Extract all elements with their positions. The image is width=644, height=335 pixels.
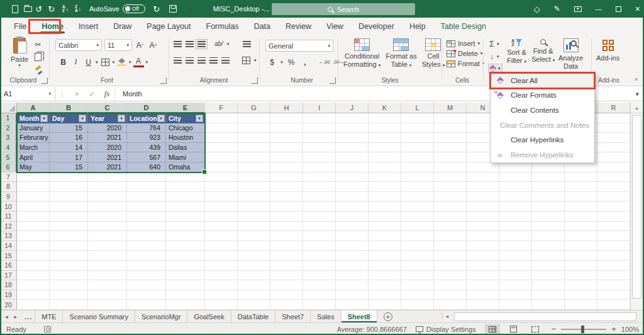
macro-record-icon[interactable] xyxy=(44,326,51,332)
sheet-tab-datatable[interactable]: DataTable xyxy=(231,310,276,322)
decrease-indent-button[interactable] xyxy=(209,57,218,64)
menu-item-clear-contents[interactable]: Clear Contents xyxy=(491,103,594,118)
sheet-tab-sheet8[interactable]: Sheet8 xyxy=(341,310,377,322)
row-header-5[interactable]: 5 xyxy=(0,152,17,162)
column-header-H[interactable]: H xyxy=(270,103,303,113)
filter-dropdown-icon[interactable]: ▾ xyxy=(79,115,86,122)
column-header-K[interactable]: K xyxy=(369,103,401,113)
table-cell[interactable]: Houston xyxy=(166,133,205,143)
redo-quick-icon[interactable]: ↻ xyxy=(150,2,163,16)
sheet-tab-scenario-summary[interactable]: Scenario Summary xyxy=(63,310,135,322)
confirm-entry-button[interactable]: ✓ xyxy=(84,90,99,98)
sheet-nav-right-icon[interactable]: ▸ xyxy=(14,314,18,320)
page-break-view-button[interactable] xyxy=(528,324,543,334)
row-header-18[interactable]: 18 xyxy=(0,280,17,290)
row-header-3[interactable]: 3 xyxy=(0,133,17,143)
search-input[interactable]: Search xyxy=(272,3,415,15)
row-header-20[interactable]: 20 xyxy=(0,300,17,310)
tab-table-design[interactable]: Table Design xyxy=(433,19,494,34)
new-file-icon[interactable] xyxy=(9,2,21,16)
autosum-button[interactable]: Σ▾ xyxy=(488,38,502,49)
format-cells-button[interactable]: Format▾ xyxy=(447,60,484,67)
copy-button[interactable] xyxy=(33,52,43,62)
tab-developer[interactable]: Developer xyxy=(351,19,402,34)
row-header-6[interactable]: 6 xyxy=(0,162,17,173)
column-header-I[interactable]: I xyxy=(303,103,336,113)
table-cell[interactable]: 764 xyxy=(127,123,166,133)
filter-dropdown-icon[interactable]: ▾ xyxy=(40,115,48,122)
column-header-M[interactable]: M xyxy=(434,103,467,113)
align-right-button[interactable] xyxy=(197,57,206,64)
chevron-down-icon[interactable]: ▾ xyxy=(129,60,131,65)
minimize-button[interactable]: — xyxy=(596,6,602,13)
sort-filter-button[interactable]: AZ Sort &Filter ▾ xyxy=(507,39,526,65)
vertical-scroll-thumb[interactable] xyxy=(632,115,641,298)
filter-dropdown-icon[interactable]: ▾ xyxy=(196,115,203,122)
expand-formula-bar-icon[interactable]: ▾ xyxy=(630,90,644,98)
table-cell[interactable]: 14 xyxy=(50,143,88,153)
filter-dropdown-icon[interactable]: ▾ xyxy=(118,115,125,122)
table-cell[interactable]: 923 xyxy=(127,133,166,143)
row-header-9[interactable]: 9 xyxy=(0,192,17,202)
chevron-down-icon[interactable]: ▾ xyxy=(254,58,257,63)
format-as-table-button[interactable]: Format asTable ▾ xyxy=(386,38,417,69)
wrap-text-button[interactable] xyxy=(243,41,251,47)
tab-help[interactable]: Help xyxy=(402,19,433,34)
filter-dropdown-icon[interactable]: ▾ xyxy=(157,115,165,122)
table-cell[interactable]: 2021 xyxy=(88,133,127,143)
row-header-10[interactable]: 10 xyxy=(0,202,17,212)
table-header-month[interactable]: Month▾ xyxy=(17,113,50,123)
table-header-day[interactable]: Day▾ xyxy=(50,113,88,123)
table-cell[interactable]: 17 xyxy=(50,152,88,162)
zoom-slider-thumb[interactable] xyxy=(581,326,584,333)
horizontal-scrollbar[interactable] xyxy=(454,312,636,321)
font-name-select[interactable]: Calibri▾ xyxy=(55,39,102,51)
table-cell[interactable]: Miami xyxy=(166,152,205,162)
conditional-formatting-button[interactable]: ConditionalFormatting ▾ xyxy=(343,38,380,69)
table-cell[interactable]: April xyxy=(17,152,50,162)
clear-button[interactable]: ▾ xyxy=(488,64,502,73)
row-header-19[interactable]: 19 xyxy=(0,290,17,300)
table-cell[interactable]: Dallas xyxy=(166,143,205,153)
fill-color-button[interactable] xyxy=(116,57,127,67)
cancel-entry-button[interactable]: × xyxy=(69,90,84,98)
scroll-up-icon[interactable]: ▲ xyxy=(631,103,643,113)
collapse-ribbon-icon[interactable]: ^ xyxy=(635,77,638,84)
table-cell[interactable]: 640 xyxy=(127,162,166,173)
sort-za-button[interactable]: ZA↓ xyxy=(72,2,84,16)
row-header-15[interactable]: 15 xyxy=(0,251,17,261)
sheet-nav-left-icon[interactable]: ◂ xyxy=(5,314,8,320)
display-settings-button[interactable]: Display Settings xyxy=(416,326,476,333)
tab-review[interactable]: Review xyxy=(278,19,319,34)
ribbon-display-options-icon[interactable]: ▾ xyxy=(574,6,582,12)
alignment-dialog-launcher[interactable] xyxy=(252,77,258,84)
quick-access-chevron-icon[interactable]: ▾ xyxy=(184,2,197,16)
merge-center-button[interactable] xyxy=(242,57,250,64)
table-cell[interactable]: 2020 xyxy=(88,123,127,133)
format-painter-button[interactable] xyxy=(33,64,43,75)
column-header-B[interactable]: B xyxy=(50,103,88,113)
add-ins-button[interactable]: Add-ins xyxy=(596,40,619,62)
sheet-overflow-button[interactable]: ... xyxy=(22,310,35,322)
row-header-2[interactable]: 2 xyxy=(0,123,17,133)
borders-button[interactable] xyxy=(100,57,111,67)
column-header-A[interactable]: A xyxy=(17,103,50,113)
table-header-location[interactable]: Location▾ xyxy=(127,113,166,123)
normal-view-button[interactable] xyxy=(485,324,500,334)
save-icon[interactable] xyxy=(167,2,179,16)
chevron-down-icon[interactable]: ▾ xyxy=(96,60,98,65)
number-format-select[interactable]: General▾ xyxy=(265,40,333,52)
row-header-12[interactable]: 12 xyxy=(0,222,17,232)
font-color-button[interactable]: A xyxy=(133,57,144,67)
close-button[interactable]: × xyxy=(635,4,640,14)
vertical-scrollbar[interactable]: ▲ xyxy=(630,103,643,310)
zoom-slider[interactable] xyxy=(561,329,606,330)
column-header-G[interactable]: G xyxy=(238,103,270,113)
underline-button[interactable]: U xyxy=(83,57,94,67)
sort-az-button[interactable]: AZ↓ xyxy=(59,2,72,16)
italic-button[interactable]: I xyxy=(70,57,81,67)
name-box[interactable]: A1▾ xyxy=(0,87,55,101)
pen-icon[interactable]: ✎ xyxy=(554,4,560,13)
align-left-button[interactable] xyxy=(174,57,182,64)
row-header-7[interactable]: 7 xyxy=(0,173,17,183)
